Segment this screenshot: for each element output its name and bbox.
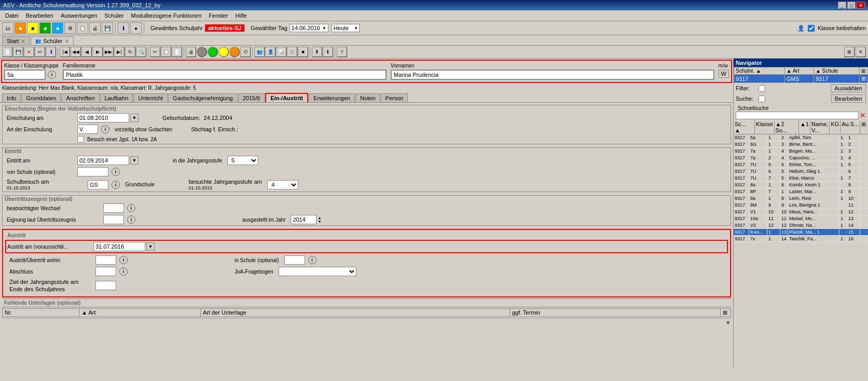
tb2-save[interactable]: 💾 xyxy=(13,47,23,57)
student-list-item[interactable]: 9317 7a 2 4 Capucino, ... 1 4 xyxy=(734,155,868,161)
tb-icon5[interactable]: ■ xyxy=(52,22,63,34)
heute-dropdown[interactable]: Heute ▼ xyxy=(332,24,360,32)
student-list-item[interactable]: 9317 5a 1 2 Apfel, Tom 1 1 xyxy=(734,134,868,141)
tb2-copy[interactable]: 📋 xyxy=(161,47,171,57)
sl-col-so2[interactable]: ▲2 So... xyxy=(775,120,799,134)
eintritt-am-input[interactable] xyxy=(77,156,129,165)
student-list-item[interactable]: 9317 7U 6 5 Helium, Oleg 1 6 xyxy=(734,168,868,175)
sl-col-s1[interactable]: ▲1 xyxy=(799,120,810,134)
menu-bearbeiten[interactable]: Bearbeiten xyxy=(23,11,57,20)
eignung-input[interactable] xyxy=(103,215,124,224)
beabsichtigt-input[interactable] xyxy=(103,203,124,213)
tab-start[interactable]: Start ✕ xyxy=(2,36,30,45)
tb2-print[interactable]: 🖨 xyxy=(186,47,196,57)
student-list-item[interactable]: 9317 8a 1 6 Kombi, Kevin 1 8 xyxy=(734,182,868,188)
austritt-wohin-info[interactable]: i xyxy=(119,256,128,264)
tb-info[interactable]: ℹ xyxy=(118,22,129,34)
tb2-circle1[interactable] xyxy=(197,47,207,57)
schuljahr-value[interactable]: aktuelles-SJ xyxy=(205,24,244,32)
tb2-prev2[interactable]: ◀◀ xyxy=(71,47,81,57)
tab-schueler[interactable]: 👥 Schüler ✕ xyxy=(31,36,73,45)
sub-tab-unterricht[interactable]: Unterricht xyxy=(133,93,168,102)
tb-circle[interactable]: ● xyxy=(130,22,142,34)
tb-icon2[interactable]: ■ xyxy=(15,22,26,34)
tb2-first[interactable]: |◀ xyxy=(60,47,70,57)
ziel-input[interactable] xyxy=(95,281,116,290)
klasse-checkbox[interactable] xyxy=(808,25,815,32)
table-icon[interactable]: ⊞ xyxy=(723,309,727,316)
tb2-next[interactable]: ▶ xyxy=(92,47,103,57)
austritt-am-input[interactable] xyxy=(93,242,145,251)
eignung-info[interactable]: i xyxy=(127,215,135,224)
bearbeiten-button[interactable]: Bearbeiten xyxy=(831,94,866,103)
jahrgang-select[interactable]: 5 xyxy=(227,156,258,165)
student-list-item[interactable]: 9317 7U 7 5 Klee, Marco 1 7 xyxy=(734,175,868,182)
tb-icon9[interactable]: 💾 xyxy=(102,22,113,34)
schulbesuch-input[interactable] xyxy=(88,180,108,189)
nav-col-schule[interactable]: ▲ Schule xyxy=(814,67,859,75)
einschulung-am-dropdown[interactable]: ▼ xyxy=(130,114,139,122)
student-list-item[interactable]: 9317 V2 12 12 Ohrner, Na... 1 14 xyxy=(734,222,868,229)
col-unterlage[interactable]: Art der Unterlage xyxy=(201,308,510,317)
eintritt-am-dropdown[interactable]: ▼ xyxy=(130,156,139,165)
sl-col-sc[interactable]: Sc... ▲ xyxy=(734,120,755,134)
abschluss-input[interactable] xyxy=(95,267,116,276)
joa-select[interactable] xyxy=(279,267,356,276)
schnell-input[interactable] xyxy=(736,112,859,119)
in-schule-input[interactable] xyxy=(284,255,305,265)
tb2-filter[interactable]: 🔍 xyxy=(136,47,146,57)
tab-start-close[interactable]: ✕ xyxy=(21,38,25,44)
sub-tab-info[interactable]: Info xyxy=(2,93,21,102)
auswaehlen-button[interactable]: Auswählen xyxy=(831,84,866,92)
nav-col-art[interactable]: ▲ Art xyxy=(784,67,814,75)
student-list-item[interactable]: 9317 7U 5 5 Eimer, Tom... 1 5 xyxy=(734,161,868,168)
table-close-icon[interactable]: ✕ xyxy=(726,320,730,325)
student-list-item[interactable]: 9317 6G 1 3 Birne, Bertr... 1 2 xyxy=(734,141,868,148)
austritt-wohin-input[interactable] xyxy=(95,255,116,265)
tb2-delete[interactable]: ✕ xyxy=(24,47,34,57)
sl-col-name[interactable]: Name, V... xyxy=(810,120,830,134)
tb2-square2[interactable]: ■ xyxy=(298,47,308,57)
art-input[interactable] xyxy=(77,125,98,134)
tb2-refresh[interactable]: ↻ xyxy=(125,47,135,57)
tb2-square1[interactable]: □ xyxy=(287,47,297,57)
nav-row[interactable]: 9317 GMS 9317 ⊞ xyxy=(734,75,868,83)
student-list-item[interactable]: 9317 9-ex... 1 13 Plastik, Ma... 1 15 xyxy=(734,229,868,236)
tb2-prev[interactable]: ◀ xyxy=(81,47,92,57)
klasse-info-btn[interactable]: i xyxy=(48,71,56,79)
tb-icon1[interactable]: 🗂 xyxy=(2,22,13,34)
col-nr[interactable]: Nr. xyxy=(3,308,79,317)
tb-icon6[interactable]: ⚙ xyxy=(64,22,76,34)
sub-tab-einaustritt[interactable]: Ein-/Austritt xyxy=(265,93,308,102)
tb-icon8[interactable]: 🖨 xyxy=(89,22,101,34)
familien-input[interactable] xyxy=(63,70,387,80)
sub-tab-gastschul[interactable]: Gastschulgenehmigung xyxy=(168,93,238,102)
col-termin[interactable]: ggf. Termin xyxy=(509,308,720,317)
tb2-circle2[interactable] xyxy=(208,47,218,57)
filter-checkbox[interactable] xyxy=(759,85,765,92)
menu-hilfe[interactable]: Hilfe xyxy=(232,11,250,20)
einschulung-am-input[interactable] xyxy=(77,113,129,123)
nav-expand[interactable]: ⊞ xyxy=(860,75,868,83)
tb2-help[interactable]: ? xyxy=(337,47,347,57)
abschluss-info[interactable]: i xyxy=(119,267,128,276)
sub-tab-noten[interactable]: Noten xyxy=(355,93,380,102)
ausgestellt-up[interactable]: ▲ xyxy=(318,216,321,220)
menu-fenster[interactable]: Fenster xyxy=(205,11,231,20)
tb-icon7[interactable]: 📋 xyxy=(77,22,88,34)
tb2-last[interactable]: ▶| xyxy=(114,47,125,57)
tb2-paste[interactable]: 📄 xyxy=(172,47,182,57)
tab-schueler-close[interactable]: ✕ xyxy=(65,38,69,44)
tb-icon4[interactable]: ■ xyxy=(39,22,51,34)
sl-col-aus[interactable]: Au.S... xyxy=(841,120,860,134)
tb2-cut[interactable]: ✂ xyxy=(150,47,160,57)
von-schule-input[interactable] xyxy=(77,167,108,176)
date-dropdown[interactable]: 14.06.2016 ▼ xyxy=(290,24,328,32)
nav-col-schulnr[interactable]: Schulnr. ▲ xyxy=(734,67,785,75)
tb2-undo[interactable]: ↩ xyxy=(35,47,45,57)
austritt-am-dropdown[interactable]: ▼ xyxy=(146,242,155,251)
student-list-item[interactable]: 9317 8P 7 1 Laster, Mar... 1 9 xyxy=(734,188,868,195)
tb2-next2[interactable]: ▶▶ xyxy=(103,47,114,57)
tb2-timer[interactable]: ⏱ xyxy=(240,47,251,57)
tb-icon3[interactable]: ■ xyxy=(27,22,38,34)
